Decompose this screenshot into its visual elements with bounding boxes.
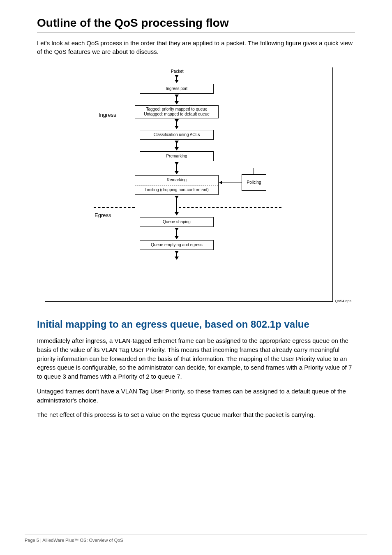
policing-return-connector bbox=[222, 183, 242, 183]
packet-label: Packet bbox=[171, 69, 184, 74]
policing-top-connector bbox=[177, 168, 254, 168]
page-footer: Page 5 | AlliedWare Plus™ OS: Overview o… bbox=[25, 534, 367, 543]
ingress-egress-divider-right bbox=[179, 207, 281, 208]
title-rule bbox=[37, 32, 355, 33]
ingress-side-label: Ingress bbox=[99, 112, 116, 118]
body-para-3: The net effect of this process is to set… bbox=[37, 410, 355, 419]
body-para-2: Untagged frames don't have a VLAN Tag Us… bbox=[37, 387, 355, 405]
queue-emptying-box: Queue emptying and egress bbox=[140, 240, 214, 250]
policing-return-arrow bbox=[219, 181, 222, 184]
body-para-1: Immediately after ingress, a VLAN-tagged… bbox=[37, 336, 355, 381]
tagged-untagged-box: Tagged: priority mapped to queue Untagge… bbox=[135, 105, 219, 118]
ingress-egress-divider bbox=[94, 207, 135, 208]
section-heading: Initial mapping to an egress queue, base… bbox=[37, 318, 355, 331]
classification-box: Classification using ACLs bbox=[140, 130, 214, 140]
premarking-box: Premarking bbox=[140, 151, 214, 161]
policing-box: Policing bbox=[242, 174, 266, 191]
qos-diagram: Packet Ingress port Tagged: priority map… bbox=[45, 67, 333, 302]
diagram-caption: QoS4.eps bbox=[335, 299, 351, 303]
page-title: Outline of the QoS processing flow bbox=[37, 16, 355, 30]
remarking-label: Remarking bbox=[135, 176, 218, 185]
queue-shaping-box: Queue shaping bbox=[140, 217, 214, 227]
ingress-port-box: Ingress port bbox=[140, 84, 214, 94]
remarking-limiting-box: Remarking Limiting (dropping non-conform… bbox=[135, 175, 219, 195]
egress-side-label: Egress bbox=[95, 212, 111, 218]
limiting-label: Limiting (dropping non-conformant) bbox=[135, 185, 218, 195]
intro-paragraph: Let's look at each QoS process in the or… bbox=[37, 39, 355, 56]
